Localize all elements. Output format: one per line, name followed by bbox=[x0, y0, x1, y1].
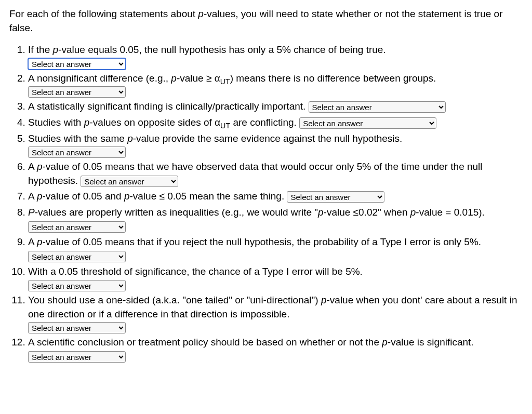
question-list: If the p-value equals 0.05, the null hyp… bbox=[9, 43, 523, 363]
answer-select[interactable]: Select an answer bbox=[28, 58, 126, 70]
question-text: Studies with the same p-value provide th… bbox=[28, 133, 402, 144]
answer-select[interactable]: Select an answer bbox=[28, 146, 126, 158]
answer-select[interactable]: Select an answer bbox=[28, 221, 126, 233]
question-item: You should use a one-sided (a.k.a. "one … bbox=[28, 293, 523, 333]
answer-select[interactable]: Select an answer bbox=[28, 351, 126, 363]
question-text: If the p-value equals 0.05, the null hyp… bbox=[28, 44, 386, 55]
question-text: P-values are properly written as inequal… bbox=[28, 207, 485, 218]
question-text: A p-value of 0.05 means that if you reje… bbox=[28, 236, 481, 247]
question-item: A p-value of 0.05 means that we have obs… bbox=[28, 160, 523, 188]
question-item: With a 0.05 threshold of significance, t… bbox=[28, 265, 523, 291]
question-text: A statistically significant finding is c… bbox=[28, 101, 305, 112]
question-item: A nonsignificant difference (e.g., p-val… bbox=[28, 72, 523, 98]
question-text: You should use a one-sided (a.k.a. "one … bbox=[28, 295, 517, 319]
answer-select[interactable]: Select an answer bbox=[287, 191, 384, 203]
question-text: With a 0.05 threshold of significance, t… bbox=[28, 266, 363, 277]
question-text: A scientific conclusion or treatment pol… bbox=[28, 337, 474, 348]
question-item: A scientific conclusion or treatment pol… bbox=[28, 336, 523, 363]
question-item: A p-value of 0.05 and p-value ≤ 0.05 mea… bbox=[28, 190, 523, 204]
question-text: A nonsignificant difference (e.g., p-val… bbox=[28, 73, 436, 84]
answer-select[interactable]: Select an answer bbox=[81, 176, 178, 187]
question-item: P-values are properly written as inequal… bbox=[28, 206, 523, 233]
answer-select[interactable]: Select an answer bbox=[299, 117, 436, 129]
instructions-text: For each of the following statements abo… bbox=[9, 7, 523, 35]
question-text: A p-value of 0.05 and p-value ≤ 0.05 mea… bbox=[28, 191, 284, 202]
question-text: Studies with p-values on opposite sides … bbox=[28, 117, 297, 128]
question-item: A p-value of 0.05 means that if you reje… bbox=[28, 235, 523, 263]
answer-select[interactable]: Select an answer bbox=[28, 280, 126, 291]
question-item: Studies with p-values on opposite sides … bbox=[28, 116, 523, 130]
question-item: If the p-value equals 0.05, the null hyp… bbox=[28, 43, 523, 70]
answer-select[interactable]: Select an answer bbox=[28, 251, 126, 262]
question-item: Studies with the same p-value provide th… bbox=[28, 132, 523, 158]
question-item: A statistically significant finding is c… bbox=[28, 100, 523, 114]
answer-select[interactable]: Select an answer bbox=[28, 86, 126, 98]
answer-select[interactable]: Select an answer bbox=[28, 322, 126, 333]
answer-select[interactable]: Select an answer bbox=[309, 101, 446, 113]
